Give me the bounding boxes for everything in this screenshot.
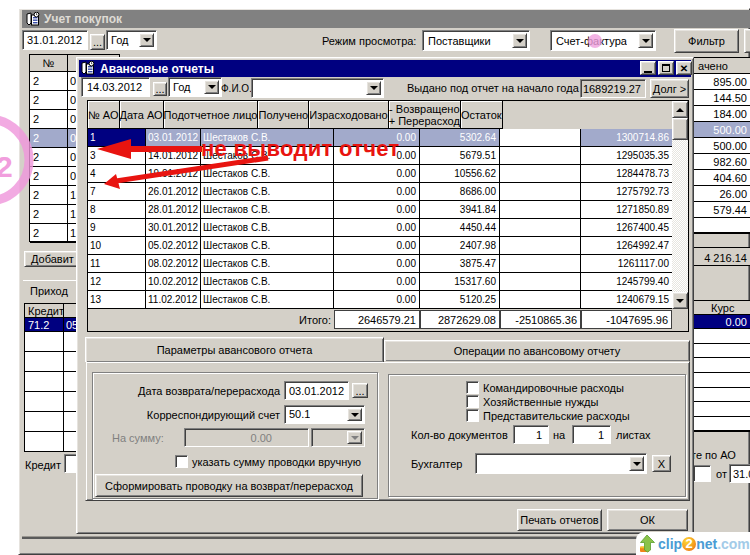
logo-com: .com <box>717 536 750 552</box>
doc-type-select[interactable]: Счет-фактура <box>550 30 656 51</box>
amount-arrow-icon <box>347 431 362 444</box>
reports-col-header[interactable]: - Возвращено + Перерасход <box>389 101 461 129</box>
fio-label: Ф.И.О. <box>221 83 252 94</box>
manual-amount-checkbox[interactable] <box>175 455 188 468</box>
reports-row[interactable]: 13 11.02.2012 Шестаков С.В. 0.00 5120.25… <box>88 291 672 309</box>
reports-col-header[interactable]: № АО <box>88 101 120 129</box>
fio-arrow-icon[interactable] <box>366 81 381 95</box>
prihod-label: Приход <box>30 285 68 297</box>
reports-col-header[interactable]: Получено <box>258 101 309 129</box>
household-needs-label: Хозяйственные нужды <box>483 396 598 408</box>
travel-expenses-label: Командировочные расходы <box>483 382 624 394</box>
reports-row[interactable]: 1 03.01.2012 Шестаков С.В. 0.00 5302.64 … <box>88 129 672 147</box>
generate-entry-button[interactable]: Сформировать проводку на возврат/перерас… <box>95 474 363 497</box>
entertainment-expenses-checkbox[interactable] <box>466 409 479 422</box>
fio-select[interactable] <box>251 78 384 98</box>
totals-label: Итого: <box>88 314 331 326</box>
debt-button[interactable]: Долг > <box>650 79 689 98</box>
reports-row[interactable]: 12 10.02.2012 Шестаков С.В. 0.00 15317.6… <box>88 273 672 291</box>
reports-col-header[interactable]: Подотчетное лицо <box>164 101 259 129</box>
scroll-down-icon <box>676 299 684 303</box>
dialog-titlebar[interactable]: Авансовые отчеты <box>79 60 691 77</box>
dialog-date-input[interactable]: 14.03.2012 <box>81 77 150 97</box>
clip2net-arrow-icon <box>639 534 656 553</box>
return-date-input[interactable]: 03.01.2012 <box>284 381 349 400</box>
dialog-close-button[interactable]: ✕ <box>676 61 692 75</box>
ao-turnover-label: те по АО <box>691 449 736 461</box>
credit-col-header: Кредит <box>25 304 64 317</box>
sheets-input[interactable]: 1 <box>572 425 611 444</box>
tab-parameters-label: Параметры авансового отчета <box>157 344 313 356</box>
ot-label: от <box>716 468 727 480</box>
travel-expenses-checkbox[interactable] <box>466 381 479 394</box>
reports-row[interactable]: 10 05.02.2012 Шестаков С.В. 0.00 2407.98… <box>88 237 672 255</box>
ok-button[interactable]: ОК <box>607 509 688 531</box>
main-period-arrow-icon[interactable] <box>139 33 154 47</box>
accountant-label: Бухгалтер <box>411 458 462 470</box>
logo-net: net <box>696 536 717 552</box>
dialog-period-arrow-icon[interactable] <box>204 80 219 94</box>
dialog-period-select[interactable]: Год <box>168 77 222 97</box>
doc-type-arrow-icon[interactable] <box>638 33 653 48</box>
account-label: Корреспондирующий счет <box>100 409 280 421</box>
credit-input-label: Кредит <box>25 459 61 471</box>
scrollbar-up-button[interactable] <box>672 101 688 118</box>
return-date-label: Дата возврата/перерасхода <box>100 385 280 397</box>
tab-operations[interactable]: Операции по авансовому отчету <box>384 340 690 361</box>
reports-row[interactable]: 3 14.01.2012 Шестаков С.В. 0.00 5679.51 … <box>88 147 672 165</box>
print-reports-button[interactable]: Печать отчетов <box>517 509 602 531</box>
scrollbar-down-button[interactable] <box>672 292 688 309</box>
main-period-value: Год <box>111 34 129 46</box>
na-label: на <box>553 429 565 441</box>
main-period-select[interactable]: Год <box>106 30 157 50</box>
total-received: 2646579.21 <box>334 310 420 329</box>
dialog-maximize-button[interactable] <box>658 61 674 75</box>
reports-col-header[interactable]: Израсходовано <box>309 101 389 129</box>
dialog-title: Авансовые отчеты <box>100 62 214 76</box>
account-select[interactable]: 50.1 <box>284 405 365 424</box>
reports-row[interactable]: 8 28.01.2012 Шестаков С.В. 0.00 3941.84 … <box>88 201 672 219</box>
view-mode-select[interactable]: Поставщики <box>422 30 530 51</box>
accountant-clear-button[interactable]: X <box>652 455 671 472</box>
next-button-sliver[interactable] <box>744 29 750 53</box>
accountant-arrow-icon[interactable] <box>629 456 644 471</box>
reports-row[interactable]: 7 26.01.2012 Шестаков С.В. 0.00 8686.00 … <box>88 183 672 201</box>
dialog-icon <box>81 61 95 75</box>
reports-table: № АОДата АОПодотчетное лицоПолученоИзрас… <box>87 100 689 332</box>
reports-row[interactable]: 4 19.01.2012 Шестаков С.В. 0.00 10556.62… <box>88 165 672 183</box>
clip2net-badge[interactable]: clip2net.com <box>636 532 750 555</box>
main-window-titlebar[interactable]: Учет покупок <box>22 10 750 28</box>
filter-button[interactable]: Фильтр <box>674 29 739 53</box>
reports-row[interactable]: 11 08.02.2012 Шестаков С.В. 0.00 3875.47… <box>88 255 672 273</box>
view-mode-arrow-icon[interactable] <box>512 33 527 48</box>
scrollbar-thumb[interactable] <box>672 118 688 140</box>
totals-row: Итого: 2646579.21 2872629.08 -2510865.36… <box>88 309 672 331</box>
logo-2: 2 <box>682 537 696 551</box>
reports-col-header[interactable]: Остаток <box>461 101 503 129</box>
tab-operations-label: Операции по авансовому отчету <box>454 345 621 357</box>
scroll-up-icon <box>676 108 684 112</box>
main-window-icon <box>26 12 40 26</box>
table-scrollbar[interactable] <box>672 101 688 309</box>
household-needs-checkbox[interactable] <box>466 395 479 408</box>
logo-clip: clip <box>658 536 682 552</box>
ao-small-input[interactable] <box>693 465 711 482</box>
main-date-input[interactable]: 31.01.2012 <box>22 30 88 50</box>
amount-label: На сумму: <box>112 432 164 444</box>
main-date-browse-button[interactable]: ... <box>90 34 105 50</box>
entertainment-expenses-label: Представительские расходы <box>483 410 630 422</box>
view-mode-value: Поставщики <box>428 35 491 47</box>
close-icon: ✕ <box>680 63 688 74</box>
tab-parameters[interactable]: Параметры авансового отчета <box>85 337 384 362</box>
dialog-minimize-button[interactable] <box>640 61 656 75</box>
account-arrow-icon[interactable] <box>347 408 362 421</box>
amount-input: 0.00 <box>184 428 309 447</box>
reports-col-header[interactable]: Дата АО <box>120 101 164 129</box>
accountant-select[interactable] <box>475 453 647 474</box>
dialog-date-browse-button[interactable]: ... <box>153 82 167 96</box>
return-date-browse-button[interactable]: ... <box>352 383 368 398</box>
minimize-icon <box>644 71 652 73</box>
ot-date-input[interactable]: 31.0 <box>729 464 750 483</box>
doc-count-input[interactable]: 1 <box>513 425 549 444</box>
reports-row[interactable]: 9 30.01.2012 Шестаков С.В. 0.00 4450.44 … <box>88 219 672 237</box>
